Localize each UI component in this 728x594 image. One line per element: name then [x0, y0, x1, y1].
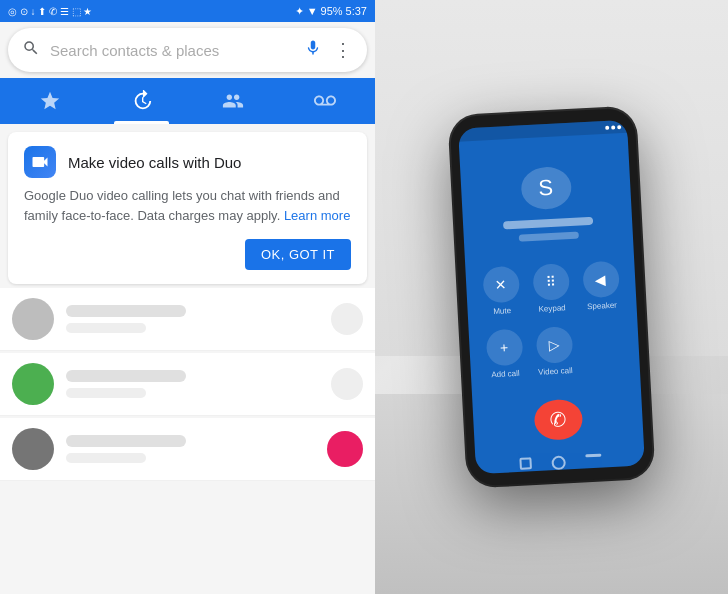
- tab-bar: [0, 78, 375, 124]
- contact-avatar: [12, 363, 54, 405]
- content-area: Make video calls with Duo Google Duo vid…: [0, 124, 375, 594]
- more-options-icon[interactable]: ⋮: [334, 39, 353, 61]
- status-bar: ◎ ⊙ ↓ ⬆ ✆ ☰ ⬚ ★ ✦ ▼ 95% 5:37: [0, 0, 375, 22]
- duo-card-header: Make video calls with Duo: [24, 146, 351, 178]
- contact-info: [66, 370, 319, 398]
- learn-more-link[interactable]: Learn more: [284, 208, 350, 223]
- caller-avatar: S: [520, 166, 572, 210]
- contact-item[interactable]: [0, 353, 375, 416]
- contact-detail-blur: [66, 323, 146, 333]
- add-call-label: Add call: [491, 369, 520, 379]
- contact-item[interactable]: [0, 418, 375, 481]
- signal-dot: [611, 125, 615, 129]
- mute-control: ✕ Mute: [482, 266, 521, 317]
- contact-action-icon[interactable]: [331, 303, 363, 335]
- contact-name-blur: [66, 435, 186, 447]
- add-call-control: + Add call: [485, 329, 524, 380]
- photo-background: S ✕ Mute ⠿ Keypad ◀ Speaker: [375, 0, 728, 594]
- duo-card-footer: OK, GOT IT: [24, 239, 351, 270]
- phone-nav-bar: [519, 454, 602, 472]
- duo-card-description: Google Duo video calling lets you chat w…: [24, 186, 351, 225]
- video-call-control: ▷ Video call: [535, 326, 574, 377]
- mute-label: Mute: [493, 306, 511, 316]
- duo-card-title: Make video calls with Duo: [68, 154, 241, 171]
- contact-action-icon[interactable]: [331, 368, 363, 400]
- keypad-control: ⠿ Keypad: [532, 263, 571, 314]
- signal-dot: [605, 125, 609, 129]
- contact-list: [0, 288, 375, 481]
- phone-screen: S ✕ Mute ⠿ Keypad ◀ Speaker: [458, 120, 645, 474]
- left-panel: ◎ ⊙ ↓ ⬆ ✆ ☰ ⬚ ★ ✦ ▼ 95% 5:37 Search cont…: [0, 0, 375, 594]
- status-bar-left: ◎ ⊙ ↓ ⬆ ✆ ☰ ⬚ ★: [8, 6, 92, 17]
- speaker-control: ◀ Speaker: [582, 260, 621, 311]
- phone-screen-status-bar: [458, 120, 627, 142]
- duo-app-icon: [24, 146, 56, 178]
- call-controls: ✕ Mute ⠿ Keypad ◀ Speaker + Add call: [472, 260, 634, 380]
- duo-promo-card: Make video calls with Duo Google Duo vid…: [8, 132, 367, 284]
- contact-info: [66, 305, 319, 333]
- bluetooth-icon: ✦: [295, 5, 304, 18]
- home-nav: [551, 456, 566, 471]
- status-icons: ◎ ⊙ ↓ ⬆ ✆ ☰ ⬚ ★: [8, 6, 92, 17]
- got-it-button[interactable]: OK, GOT IT: [245, 239, 351, 270]
- signal-dot: [617, 125, 621, 129]
- video-call-label: Video call: [538, 366, 573, 377]
- contact-info: [66, 435, 315, 463]
- tab-voicemail[interactable]: [279, 78, 371, 124]
- contact-name-blur: [66, 370, 186, 382]
- status-bar-right: ✦ ▼ 95% 5:37: [295, 5, 367, 18]
- add-call-icon: +: [485, 329, 523, 367]
- contact-name-blur: [66, 305, 186, 317]
- recents-nav: [585, 454, 601, 458]
- mute-icon: ✕: [482, 266, 520, 304]
- phone-device: S ✕ Mute ⠿ Keypad ◀ Speaker: [449, 107, 653, 486]
- contact-avatar: [12, 298, 54, 340]
- right-panel: S ✕ Mute ⠿ Keypad ◀ Speaker: [375, 0, 728, 594]
- contact-detail-blur: [66, 453, 146, 463]
- clock: 5:37: [346, 5, 367, 17]
- contact-avatar: [12, 428, 54, 470]
- tab-favorites[interactable]: [4, 78, 96, 124]
- caller-subtitle: [518, 232, 578, 242]
- keypad-label: Keypad: [538, 303, 566, 313]
- keypad-icon: ⠿: [532, 263, 570, 301]
- battery-level: 95%: [321, 5, 343, 17]
- wifi-icon: ▼: [307, 5, 318, 17]
- contact-item[interactable]: [0, 288, 375, 351]
- speaker-label: Speaker: [587, 301, 617, 312]
- tab-contacts[interactable]: [188, 78, 280, 124]
- mic-icon[interactable]: [304, 39, 322, 61]
- end-call-button: ✆: [533, 399, 583, 441]
- caller-name: [502, 217, 592, 230]
- contact-action-pink-icon[interactable]: [327, 431, 363, 467]
- search-icon: [22, 39, 40, 61]
- speaker-icon: ◀: [582, 260, 620, 298]
- video-call-icon: ▷: [535, 326, 573, 364]
- contact-detail-blur: [66, 388, 146, 398]
- back-nav: [519, 457, 532, 470]
- search-bar[interactable]: Search contacts & places ⋮: [8, 28, 367, 72]
- tab-recent[interactable]: [96, 78, 188, 124]
- search-placeholder: Search contacts & places: [50, 42, 304, 59]
